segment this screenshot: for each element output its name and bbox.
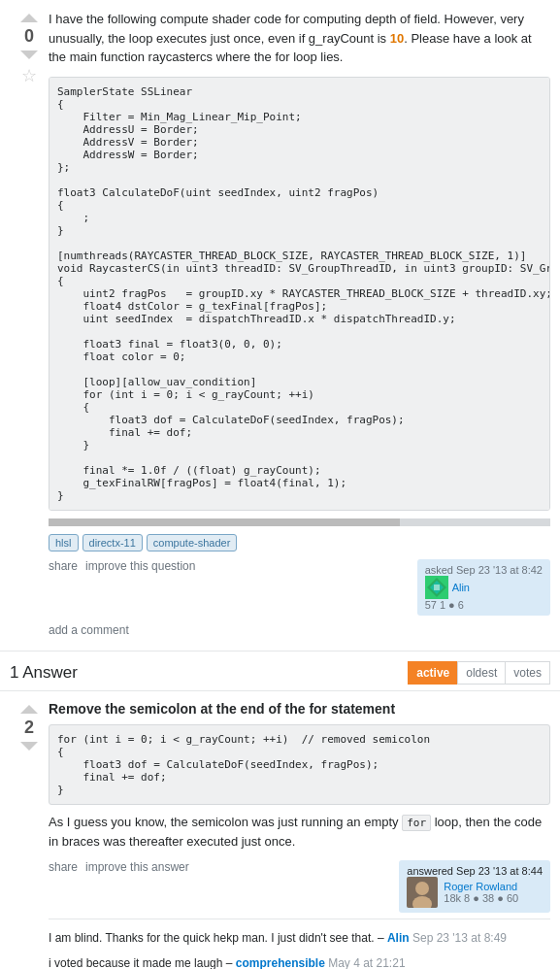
answer-user-badges: 18k 8 ● 38 ● 60 xyxy=(444,892,518,904)
question-user-row: Alin xyxy=(425,576,543,599)
comment-2-user[interactable]: comprehensible xyxy=(236,956,325,969)
answers-header: 1 Answer active oldest votes xyxy=(0,652,560,691)
tag-compute-shader[interactable]: compute-shader xyxy=(147,534,238,551)
question-container: 0 ☆ I have the following compute shader … xyxy=(0,0,560,652)
avatar-svg xyxy=(407,877,438,908)
answer-asked-label: answered Sep 23 '13 at 8:44 xyxy=(407,865,543,877)
comment-2-date: May 4 at 21:21 xyxy=(328,956,405,969)
highlight-10: 10 xyxy=(390,31,404,46)
question-vote-cell: 0 ☆ xyxy=(10,10,49,641)
question-share-link[interactable]: share xyxy=(49,559,78,573)
answer-share-link[interactable]: share xyxy=(49,860,78,874)
answer-post-content: Remove the semicolon at the end of the f… xyxy=(49,701,550,970)
answer-vote-count: 2 xyxy=(24,718,34,738)
sort-tab-oldest[interactable]: oldest xyxy=(457,661,506,685)
answer-user-name[interactable]: Roger Rowland xyxy=(444,881,517,892)
answers-count-title: 1 Answer xyxy=(10,663,409,683)
answer-comment-1: I am blind. Thanks for the quick hekp ma… xyxy=(49,925,550,951)
question-vote-down[interactable] xyxy=(20,50,38,59)
answer-improve-link[interactable]: improve this answer xyxy=(85,860,189,874)
question-post-layout: 0 ☆ I have the following compute shader … xyxy=(0,10,560,641)
answer-comments: I am blind. Thanks for the quick hekp ma… xyxy=(49,919,550,969)
question-code-block[interactable]: SamplerState SSLinear { Filter = Min_Mag… xyxy=(49,77,550,511)
answer-code-block[interactable]: for (int i = 0; i < g_rayCount; ++i) // … xyxy=(49,724,550,805)
answer-actions: share improve this answer xyxy=(49,860,189,874)
favorite-star-icon[interactable]: ☆ xyxy=(21,65,37,86)
answer-user-row: Roger Rowland 18k 8 ● 38 ● 60 xyxy=(407,877,543,908)
question-user-name[interactable]: Alin xyxy=(452,582,470,593)
question-actions: share improve this question xyxy=(49,559,195,573)
tag-directx11[interactable]: directx-11 xyxy=(82,534,143,551)
answer-vote-down[interactable] xyxy=(20,742,38,751)
question-add-comment[interactable]: add a comment xyxy=(49,619,550,641)
question-vote-up[interactable] xyxy=(20,14,38,22)
answer-sort-tabs: active oldest votes xyxy=(409,661,550,685)
question-post-content: I have the following compute shader code… xyxy=(49,10,550,641)
tag-hlsl[interactable]: hlsl xyxy=(49,534,79,551)
answer-user-detail: Roger Rowland 18k 8 ● 38 ● 60 xyxy=(444,881,518,904)
answer-vote-up[interactable] xyxy=(20,705,38,714)
question-vote-count: 0 xyxy=(24,26,34,47)
answer-user-avatar xyxy=(407,877,438,908)
svg-rect-3 xyxy=(434,585,440,590)
answer-post-layout: 2 Remove the semicolon at the end of the… xyxy=(0,701,560,970)
answer-container: 2 Remove the semicolon at the end of the… xyxy=(0,691,560,970)
question-body: I have the following compute shader code… xyxy=(49,10,550,67)
question-tags: hlsl directx-11 compute-shader xyxy=(49,534,550,551)
answer-body: As I guess you know, the semicolon was j… xyxy=(49,813,550,853)
question-user-info: asked Sep 23 '13 at 8:42 Alin 57 xyxy=(417,559,550,616)
comment-1-user: Alin xyxy=(387,931,410,945)
svg-point-5 xyxy=(415,882,429,895)
code-scrollbar[interactable] xyxy=(49,518,550,526)
sort-tab-active[interactable]: active xyxy=(408,661,458,685)
answer-title: Remove the semicolon at the end of the f… xyxy=(49,701,550,717)
answer-vote-cell: 2 xyxy=(10,701,49,970)
comment-1-date: Sep 23 '13 at 8:49 xyxy=(412,931,507,945)
question-asked-label: asked Sep 23 '13 at 8:42 xyxy=(425,564,543,576)
question-user-badges: 57 1 ● 6 xyxy=(425,599,543,611)
code-scrollbar-thumb xyxy=(49,518,400,526)
question-user-avatar xyxy=(425,576,448,599)
sort-tab-votes[interactable]: votes xyxy=(505,661,550,685)
answer-user-info: answered Sep 23 '13 at 8:44 Roger Rowlan… xyxy=(399,860,550,913)
answer-comment-2: i voted because it made me laugh – compr… xyxy=(49,951,550,969)
answer-inline-code: for xyxy=(402,815,431,831)
question-improve-link[interactable]: improve this question xyxy=(85,559,195,573)
